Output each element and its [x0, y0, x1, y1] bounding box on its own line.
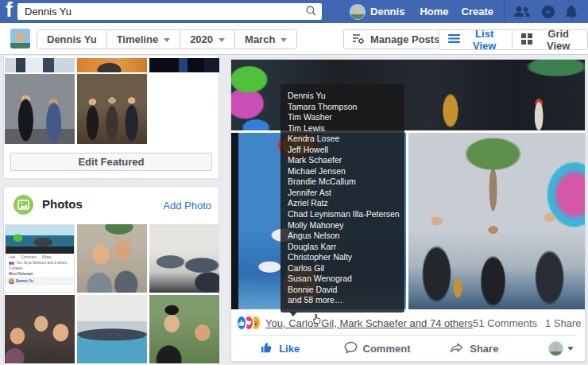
mini-like-label: Like: [9, 255, 15, 259]
mini-author-name: Dennis Yu: [16, 279, 33, 283]
tooltip-name: Chad Leynisman Illa-Petersen: [288, 209, 401, 220]
comment-button[interactable]: Comment: [328, 340, 425, 357]
like-button[interactable]: Like: [231, 340, 328, 357]
photos-header: Photos Add Photo: [4, 187, 219, 223]
like-icon: [260, 341, 273, 356]
mini-author-row: Dennis Yu: [6, 277, 74, 285]
featured-photo[interactable]: [5, 58, 75, 72]
topbar-profile-link[interactable]: Dennis: [370, 6, 404, 17]
tooltip-name: Susan Wenograd: [288, 274, 401, 285]
tooltip-name: Dennis Yu: [288, 91, 401, 102]
cursor-icon: [311, 313, 322, 328]
post-photo-bottom-right[interactable]: [408, 133, 585, 309]
top-navigation-bar: f Dennis Home Create: [0, 0, 588, 23]
comment-as-menu[interactable]: [523, 341, 585, 356]
messenger-icon[interactable]: [541, 5, 555, 19]
featured-photo[interactable]: [5, 74, 75, 144]
tooltip-name: Michael Jensen: [288, 166, 401, 177]
filter-dropdown[interactable]: March: [234, 30, 296, 49]
mini-shares-line: 3 shares: [6, 266, 74, 271]
search-icon[interactable]: [306, 5, 316, 19]
tooltip-name: Brandie McCallum: [288, 177, 401, 188]
mini-post-image: [6, 225, 74, 254]
facebook-logo[interactable]: f: [6, 0, 13, 22]
tooltip-name: Azriel Ratz: [288, 198, 401, 209]
notifications-icon[interactable]: [565, 5, 578, 18]
comment-as-avatar: [548, 341, 563, 356]
list-view-button[interactable]: List View: [439, 30, 512, 49]
profile-name-button[interactable]: Dennis Yu: [37, 30, 106, 49]
tooltip-name: Molly Mahoney: [288, 220, 401, 231]
caret-down-icon: [280, 38, 287, 45]
tooltip-name: Tim Washer: [288, 112, 401, 123]
tooltip-name: Mark Schaefer: [288, 155, 401, 166]
post-action-row: Like Comment Share: [231, 336, 585, 362]
featured-photo[interactable]: [149, 58, 219, 72]
list-view-icon: [448, 33, 460, 46]
grid-view-icon: [521, 33, 532, 47]
profile-toolbar: Dennis Yu Timeline 2020 March: [0, 23, 588, 55]
mini-avatar: [9, 278, 14, 284]
topbar-create-link[interactable]: Create: [462, 6, 493, 17]
filter-dropdown[interactable]: Timeline: [106, 30, 180, 49]
grid-view-button[interactable]: Grid View: [512, 30, 587, 49]
shares-count-link[interactable]: 1 Share: [545, 317, 582, 329]
timeline-filter-group: Dennis Yu Timeline 2020 March: [37, 29, 297, 49]
comments-count-link[interactable]: 51 Comments: [473, 317, 537, 329]
tooltip-name: Bonnie David: [288, 285, 401, 296]
tooltip-name: and 58 more…: [288, 295, 401, 306]
reaction-summary-row: You, Carlos Gil, Mark Schaefer and 74 ot…: [236, 314, 581, 332]
tooltip-name: Kendra Losee: [288, 134, 401, 145]
edit-featured-button[interactable]: Edit Featured: [10, 153, 212, 171]
featured-photo[interactable]: [77, 74, 147, 144]
topbar-divider: [504, 0, 505, 23]
topbar-avatar[interactable]: [350, 4, 366, 20]
friend-requests-icon[interactable]: [513, 6, 531, 18]
tooltip-name: Jeff Howell: [288, 145, 401, 156]
caret-down-icon: [567, 347, 574, 354]
like-reaction-icon[interactable]: [236, 315, 247, 331]
mini-comment-label: Comment: [21, 255, 37, 259]
filter-dropdowns: Timeline 2020 March: [106, 30, 297, 49]
reactors-link[interactable]: You, Carlos Gil, Mark Schaefer and 74 ot…: [265, 317, 473, 329]
caret-down-icon: [164, 38, 170, 45]
topbar-right-nav: Dennis Home Create: [350, 0, 588, 23]
add-photo-link[interactable]: Add Photo: [163, 200, 211, 212]
tooltip-name: Christopher Nalty: [288, 252, 401, 263]
tooltip-name: Tim Lewis: [288, 123, 401, 134]
featured-photo[interactable]: [77, 58, 147, 72]
photo[interactable]: [149, 295, 219, 363]
tooltip-name: Tamara Thompson: [288, 102, 401, 113]
view-toggle-group: List View Grid View: [439, 29, 588, 50]
photos-card: Photos Add Photo Like Comment Share You,…: [3, 186, 219, 365]
photo[interactable]: [77, 295, 147, 363]
photo[interactable]: [149, 224, 219, 293]
mini-sort-label: Most Relevant: [6, 271, 74, 277]
search-input[interactable]: [23, 5, 306, 18]
post-counts: 51 Comments 1 Share: [473, 317, 581, 329]
photo[interactable]: [77, 224, 147, 293]
tooltip-arrow: [289, 312, 297, 316]
manage-posts-icon: [352, 33, 365, 47]
mini-share-label: Share: [42, 255, 52, 259]
tooltip-name: Douglas Karr: [288, 242, 401, 253]
filter-dropdown[interactable]: 2020: [180, 30, 234, 49]
comment-icon: [344, 341, 358, 356]
photos-icon: [14, 195, 33, 215]
toolbar-avatar[interactable]: [10, 29, 30, 49]
topbar-home-link[interactable]: Home: [420, 6, 448, 17]
mini-likes-line: You, Erya Nielsson and 2 others: [6, 260, 74, 266]
tooltip-name: Angus Nelson: [288, 231, 401, 242]
photos-section-title: Photos: [42, 197, 83, 211]
share-icon: [450, 341, 464, 356]
photo-mini-post[interactable]: Like Comment Share You, Erya Nielsson an…: [5, 224, 75, 293]
reactions-tooltip-list: Dennis YuTamara ThompsonTim WasherTim Le…: [288, 91, 401, 306]
caret-down-icon: [219, 38, 225, 45]
manage-posts-button[interactable]: Manage Posts: [343, 29, 448, 49]
search-box[interactable]: [17, 3, 322, 20]
photo[interactable]: [5, 295, 75, 363]
tooltip-name: Carlos Gil: [288, 263, 401, 274]
tooltip-name: Jennifer Ast: [288, 188, 401, 199]
share-button[interactable]: Share: [426, 340, 523, 357]
featured-card: Edit Featured: [3, 56, 219, 179]
